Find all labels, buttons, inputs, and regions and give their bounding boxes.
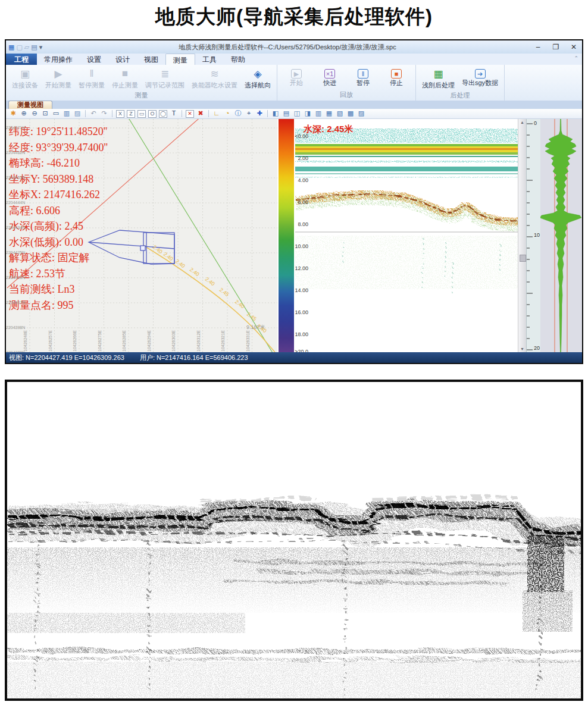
close-button[interactable]: ✕	[569, 43, 578, 51]
draw-rect-icon[interactable]: ▭	[137, 110, 146, 118]
quick-access-toolbar: ▦▢▱▤▾	[6, 43, 56, 51]
ribbon-collapse-icon[interactable]: ⌃	[574, 54, 582, 65]
echo-depth-readout: 水深: 2.45米	[304, 124, 353, 135]
ribbon-icon-停止测量: ■	[122, 67, 128, 81]
ribbon-button-调节记录范围[interactable]: ≣调节记录范围	[142, 66, 188, 90]
map-axis-label-north: 2204416N	[6, 275, 25, 280]
ribbon-button-暂停[interactable]: ‖暂停	[346, 66, 380, 90]
save-icon[interactable]: ▤	[31, 43, 37, 51]
draw-ellipse-icon[interactable]: ◯	[159, 110, 167, 118]
new-doc-icon[interactable]: ▢	[16, 43, 22, 51]
menu-tab-测量[interactable]: 测量	[165, 54, 195, 65]
layout-4-icon[interactable]: ◨	[303, 109, 312, 118]
menu-tab-设计[interactable]: 设计	[108, 54, 137, 65]
menu-tab-视图[interactable]: 视图	[137, 54, 165, 65]
echogram-panel[interactable]: 水深: 2.45米	[295, 119, 518, 352]
ribbon-button-开始测量[interactable]: ▶开始测量	[42, 66, 75, 90]
pan-view-icon[interactable]: ✚	[255, 109, 264, 118]
maximize-button[interactable]: ❐	[551, 43, 561, 51]
map-axis-label-north: 2204434N	[6, 225, 25, 230]
signal-waveform-panel[interactable]	[540, 119, 582, 352]
undo-icon[interactable]: ↶	[89, 109, 98, 118]
ribbon-button-选择航向[interactable]: ◈选择航向	[241, 66, 274, 90]
position-info-line: 高程: 6.606	[9, 203, 108, 219]
ribbon-icon-选择航向: ◈	[254, 67, 261, 81]
minimize-button[interactable]: –	[533, 43, 543, 51]
protractor-icon[interactable]: ◔	[223, 109, 232, 118]
ribbon-button-停止[interactable]: ■停止	[380, 66, 413, 90]
center-target-icon[interactable]: ⌖	[244, 109, 254, 118]
scroll-down-icon[interactable]: ▼	[520, 347, 524, 351]
ribbon-button-开始[interactable]: ▶开始	[280, 66, 313, 90]
split-panes-icon[interactable]: ▥	[62, 109, 71, 118]
ribbon-icon-开始测量: ▶	[54, 67, 62, 81]
map-axis-label-north: 2204471N	[6, 126, 25, 130]
app-icon[interactable]: ▦	[8, 43, 14, 51]
zoom-in-icon[interactable]: ⊕	[19, 109, 29, 118]
layout-2-icon[interactable]: ▤	[282, 109, 291, 118]
ribbon-button-暂停测量[interactable]: ‖暂停测量	[75, 66, 108, 90]
draw-o-icon[interactable]: O	[148, 110, 157, 118]
layout-8-icon[interactable]: ▩	[346, 109, 355, 118]
window-title-bar: ▦▢▱▤▾ 地质大师浅剖测量后处理软件--C:/Users/52795/Desk…	[6, 40, 582, 54]
ribbon-button-label: 导出sgy数据	[462, 79, 498, 87]
layout-5-icon[interactable]: ▥	[314, 109, 323, 118]
layout-3-icon[interactable]: ◫	[292, 109, 302, 118]
ribbon-icon-停止: ■	[391, 69, 402, 79]
screenshot-icon[interactable]: ▨	[73, 109, 82, 118]
scrollbar-thumb[interactable]	[520, 255, 526, 262]
toolbar-separator	[208, 110, 209, 117]
svg-text:20: 20	[534, 345, 540, 351]
text-icon[interactable]: T	[169, 109, 179, 118]
map-axis-label-north: 2204453N	[6, 176, 25, 180]
ribbon-button-label: 开始	[290, 79, 303, 87]
ribbon-button-连接设备[interactable]: ▣连接设备	[8, 66, 42, 90]
toolbar-separator	[182, 110, 182, 117]
info-icon[interactable]: ⓘ	[233, 109, 243, 118]
draw-x-icon[interactable]: X	[116, 110, 124, 118]
open-icon[interactable]: ▱	[24, 43, 29, 51]
zoom-window-icon[interactable]: ⊡	[40, 109, 50, 118]
ribbon-group-label: 测量	[8, 90, 274, 101]
map-axis-label-east: 10426266E	[73, 330, 77, 352]
delete-icon[interactable]: ✖	[196, 109, 205, 118]
ribbon-button-停止测量[interactable]: ■停止测量	[108, 66, 142, 90]
delete-selection-icon[interactable]: ✕	[186, 110, 194, 118]
scroll-up-icon[interactable]: ▲	[520, 120, 524, 124]
menu-tab-帮助[interactable]: 帮助	[224, 54, 252, 65]
toolbar-separator	[85, 110, 86, 117]
map-axis-label-north: 2204444N	[6, 200, 25, 205]
ribbon-toolbar: ▣连接设备▶开始测量‖暂停测量■停止测量≣调节记录范围≋换能器吃水设置◈选择航向…	[6, 65, 582, 101]
ribbon-button-label: 调节记录范围	[145, 81, 184, 90]
pan-hand-icon[interactable]: ✱	[8, 109, 18, 118]
ribbon-button-label: 停止	[390, 79, 403, 87]
tab-measure-view[interactable]: 测量视图	[8, 101, 52, 109]
map-view-panel[interactable]: 纬度: 19°25'11.48520''经度: 93°39'39.47400''…	[6, 119, 277, 352]
map-axis-label-east: 10426303E	[171, 330, 176, 352]
document-tab-strip: 测量视图	[6, 101, 582, 109]
menu-tab-常用操作[interactable]: 常用操作	[37, 54, 80, 65]
color-scale-label: 10.00	[282, 243, 308, 249]
map-axis-label-east: 10426257E	[48, 330, 52, 352]
position-info-line: 椭球高: -46.210	[9, 155, 108, 171]
ribbon-button-浅剖后处理[interactable]: ▦浅剖后处理	[418, 66, 458, 90]
measure-angle-icon[interactable]: ∟	[212, 109, 221, 118]
qat-dropdown-icon[interactable]: ▾	[39, 43, 43, 51]
full-extent-icon[interactable]: ▭	[51, 109, 61, 118]
map-axis-label-east: 10426285E	[122, 330, 126, 352]
toolbar-separator	[267, 110, 268, 117]
layout-7-icon[interactable]: ▧	[335, 109, 345, 118]
menu-tab-工具[interactable]: 工具	[195, 54, 224, 65]
menu-tab-设置[interactable]: 设置	[80, 54, 108, 65]
echogram-scrollbar[interactable]: ▲ ▼	[518, 119, 526, 352]
layout-6-icon[interactable]: ▦	[324, 109, 334, 118]
ribbon-button-换能器吃水设置[interactable]: ≋换能器吃水设置	[188, 66, 241, 90]
menu-tab-工程[interactable]: 工程	[6, 54, 37, 65]
ribbon-button-导出sgy数据[interactable]: ➔导出sgy数据	[458, 66, 502, 90]
layout-1-icon[interactable]: ◧	[271, 109, 280, 118]
zoom-out-icon[interactable]: ⊖	[30, 109, 39, 118]
draw-z-icon[interactable]: Z	[127, 110, 135, 118]
layout-9-icon[interactable]: ▨	[356, 109, 366, 118]
redo-icon[interactable]: ↷	[99, 109, 109, 118]
ribbon-button-快进[interactable]: ×1快进	[313, 66, 346, 90]
